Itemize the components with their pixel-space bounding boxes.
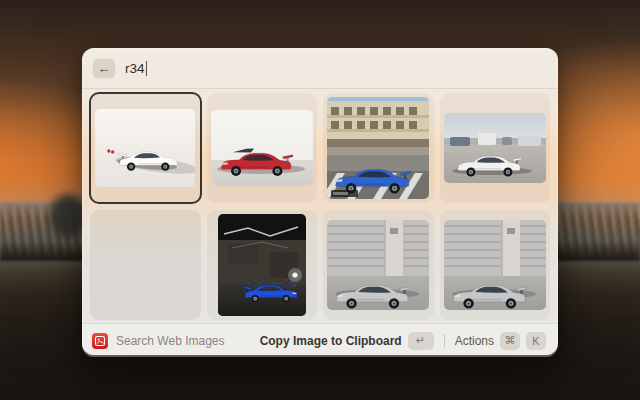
k-key-badge: K — [526, 332, 546, 350]
image-result-tile[interactable] — [323, 210, 434, 320]
image-result-tile-empty[interactable] — [90, 210, 201, 320]
image-result-tile[interactable] — [323, 93, 434, 203]
status-bar: Search Web Images Copy Image to Clipboar… — [82, 323, 558, 357]
result-photo-white-r34-studio — [95, 109, 195, 187]
image-result-tile[interactable] — [440, 93, 551, 203]
result-photo-red-r34-studio — [211, 110, 313, 186]
return-key-badge: ↵ — [408, 332, 434, 350]
raycast-search-window: ← r34 — [82, 48, 558, 355]
command-key-badge: ⌘ — [500, 332, 520, 350]
result-photo-silver-r34-shutter — [327, 220, 429, 310]
back-button[interactable]: ← — [93, 59, 115, 78]
back-arrow-icon: ← — [98, 62, 111, 75]
result-photo-blue-r34-street — [327, 97, 429, 199]
footer-divider — [444, 334, 445, 348]
image-result-tile[interactable] — [440, 210, 551, 320]
extension-name: Search Web Images — [116, 334, 225, 348]
result-photo-silver-r34-shutter — [444, 220, 546, 310]
wallpaper-bush — [50, 194, 86, 238]
text-caret — [146, 61, 148, 76]
image-result-tile[interactable] — [207, 210, 318, 320]
result-photo-blue-r34-garage — [218, 214, 306, 316]
actions-label: Actions — [455, 334, 494, 348]
primary-action-label: Copy Image to Clipboard — [260, 334, 402, 348]
image-result-tile[interactable] — [90, 93, 201, 203]
image-results-grid — [82, 89, 558, 323]
actions-button[interactable]: Actions ⌘ K — [453, 330, 548, 352]
search-input[interactable]: r34 — [125, 61, 147, 76]
result-photo-white-r34-lot — [444, 113, 546, 183]
search-bar: ← r34 — [82, 48, 558, 89]
web-images-icon — [92, 333, 108, 349]
image-result-tile[interactable] — [207, 93, 318, 203]
copy-image-to-clipboard-button[interactable]: Copy Image to Clipboard ↵ — [258, 330, 436, 352]
search-query-text: r34 — [125, 61, 145, 76]
